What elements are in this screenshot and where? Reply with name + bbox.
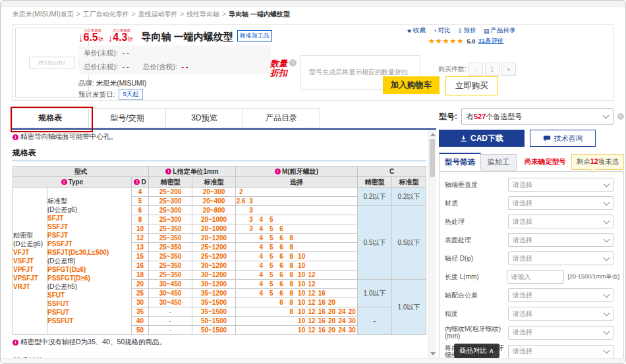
filter-select[interactable]: 请选择 <box>508 196 613 210</box>
quantity-input[interactable]: 1 <box>485 63 499 76</box>
model-series-link[interactable]: PSFJT <box>47 231 131 240</box>
filter-select[interactable]: 请选择 <box>508 178 613 192</box>
thread-size-link[interactable]: 6 <box>276 243 286 251</box>
filter-select[interactable]: 请选择 <box>508 345 613 359</box>
thread-size-link[interactable]: 10 <box>297 326 306 334</box>
model-series-link[interactable]: VFJT <box>13 248 47 257</box>
filter-select[interactable]: 请选择 <box>508 326 613 340</box>
compare-products-button[interactable]: 商品对比 ∧ <box>454 344 499 358</box>
thread-size-link[interactable]: 4 <box>256 280 266 288</box>
info-icon[interactable]: ! <box>289 59 297 66</box>
thread-size-link[interactable]: 5 <box>266 261 276 270</box>
reviews-link[interactable]: 31条评价 <box>478 37 504 45</box>
thread-size-link[interactable]: 12 <box>306 298 316 307</box>
filter-input[interactable]: 请输入 <box>507 270 565 284</box>
thread-size-link[interactable]: 8 <box>287 298 297 307</box>
thread-size-link[interactable]: 6 <box>276 224 286 233</box>
thread-size-link[interactable]: 16 <box>317 326 327 334</box>
model-series-link[interactable]: VRJT <box>13 282 47 291</box>
tab-规格表[interactable]: 规格表 <box>12 108 89 128</box>
action-favorite[interactable]: ★收藏 <box>407 26 426 35</box>
thread-size-link[interactable]: 20 <box>327 307 337 316</box>
thread-size-link[interactable]: 16 <box>317 298 327 307</box>
cad-download-button[interactable]: CAD下载 <box>439 130 525 147</box>
buy-now-button[interactable]: 立即购买 <box>445 76 498 95</box>
model-series-link[interactable]: VPFJT <box>13 265 47 274</box>
scrollbar[interactable] <box>428 130 436 358</box>
thread-size-link[interactable]: 8 <box>287 271 297 279</box>
thread-size-link[interactable]: 6 <box>276 234 286 242</box>
thread-size-link[interactable]: 5 <box>266 224 276 233</box>
thread-size-link[interactable]: 5 <box>266 289 276 298</box>
breadcrumb-link[interactable]: 直线运动零件 <box>138 11 177 18</box>
thread-size-link[interactable]: 2 <box>236 188 246 196</box>
thread-size-link[interactable]: 12 <box>306 280 316 288</box>
thread-size-link[interactable]: 12 <box>306 317 316 325</box>
action-compare[interactable]: ◔对比 <box>433 26 450 35</box>
scrollbar-thumb[interactable] <box>430 139 435 177</box>
thread-size-link[interactable]: 8 <box>287 252 297 261</box>
thread-size-link[interactable]: 12 <box>306 271 316 279</box>
thread-size-link[interactable]: 10 <box>297 289 306 298</box>
filter-select[interactable]: 请选择 <box>508 288 613 302</box>
thread-size-link[interactable]: 24 <box>337 307 347 316</box>
thread-size-link[interactable]: 6 <box>276 271 286 279</box>
thread-size-link[interactable]: 8 <box>287 289 297 298</box>
model-series-link[interactable]: PSSFJT <box>47 240 131 248</box>
scroll-up-icon[interactable] <box>430 133 436 136</box>
thread-size-link[interactable]: 4 <box>256 215 266 224</box>
quantity-plus-button[interactable]: + <box>501 63 516 76</box>
thread-size-link[interactable]: 24 <box>337 326 347 334</box>
thread-size-link[interactable]: 4 <box>256 224 266 233</box>
thread-size-link[interactable]: 3 <box>246 224 256 233</box>
thread-size-link[interactable]: 10 <box>297 252 306 261</box>
add-to-cart-button[interactable]: 加入购物车 <box>383 76 440 94</box>
model-select[interactable]: 有527个备选型号 <box>461 108 613 125</box>
thread-size-link[interactable]: 10 <box>297 298 306 307</box>
thread-size-link[interactable]: 10 <box>297 261 306 270</box>
thread-size-link[interactable]: 30 <box>347 317 357 325</box>
model-series-link[interactable]: SSFUT <box>47 299 131 308</box>
thread-size-link[interactable]: 12 <box>306 289 316 298</box>
thread-size-link[interactable]: 6 <box>276 252 286 261</box>
thread-size-link[interactable]: 20 <box>327 298 337 307</box>
thread-size-link[interactable]: 4 <box>256 261 266 270</box>
tab-产品目录[interactable]: 产品目录 <box>243 108 320 128</box>
tab-model-filter[interactable]: 型号筛选 <box>439 153 481 170</box>
thread-size-link[interactable]: 10 <box>297 271 306 279</box>
thread-size-link[interactable]: 5 <box>266 215 276 224</box>
thread-size-link[interactable]: 10 <box>297 307 306 316</box>
model-series-link[interactable]: VSFJT <box>13 257 47 265</box>
thread-size-link[interactable]: 2.6 <box>236 197 246 205</box>
thread-size-link[interactable]: 10 <box>297 317 306 325</box>
tab-additional-machining[interactable]: 追加工 <box>481 154 517 170</box>
thread-size-link[interactable]: 3 <box>246 197 256 205</box>
thread-size-link[interactable]: 3 <box>246 206 256 215</box>
thread-size-link[interactable]: 4 <box>256 289 266 298</box>
thread-size-link[interactable]: 5 <box>266 252 276 261</box>
tab-3D预览[interactable]: 3D预览 <box>166 108 243 128</box>
thread-size-link[interactable]: 20 <box>347 307 357 316</box>
thread-size-link[interactable]: 8 <box>287 243 297 251</box>
thread-size-link[interactable]: 5 <box>266 243 276 251</box>
thread-size-link[interactable]: 5 <box>266 280 276 288</box>
info-icon[interactable]: ! <box>617 113 624 120</box>
model-series-link[interactable]: PSSFUT <box>47 317 131 325</box>
model-series-link[interactable]: SFUT <box>47 291 131 299</box>
thread-size-link[interactable]: 4 <box>256 271 266 279</box>
model-series-link[interactable]: SSFJT <box>47 222 131 231</box>
action-quote[interactable]: ⇩报价 <box>458 26 477 35</box>
thread-size-link[interactable]: 8 <box>287 280 297 288</box>
model-series-link[interactable]: PSFUT <box>47 308 131 317</box>
thread-size-link[interactable]: 6 <box>276 298 286 307</box>
thread-size-link[interactable]: 16 <box>317 317 327 325</box>
thread-size-link[interactable]: 16 <box>317 307 327 316</box>
thread-size-link[interactable]: 24 <box>337 317 347 325</box>
breadcrumb-link[interactable]: 线性导向轴 <box>186 11 219 18</box>
filter-select[interactable]: 请选择 <box>508 251 613 265</box>
model-series-link[interactable]: VPSFJT <box>13 274 47 282</box>
action-catalog[interactable]: ▤产品目录 <box>484 26 516 35</box>
thread-size-link[interactable]: 4 <box>256 252 266 261</box>
thread-size-link[interactable]: 6 <box>276 261 286 270</box>
tab-型号/交期[interactable]: 型号/交期 <box>89 108 166 128</box>
